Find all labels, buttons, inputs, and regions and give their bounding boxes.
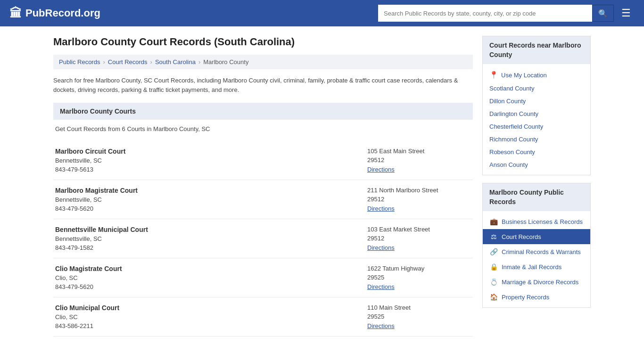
directions-link[interactable]: Directions — [367, 166, 395, 173]
pub-record-item[interactable]: 🔒 Inmate & Jail Records — [483, 259, 590, 274]
nearby-box: Court Records near Marlboro County 📍 Use… — [482, 36, 591, 175]
court-phone: 843-479-1582 — [55, 244, 148, 251]
record-icon: 🔒 — [489, 263, 498, 271]
court-city: Clio, SC — [55, 274, 122, 281]
page-container: Marlboro County Court Records (South Car… — [44, 26, 600, 346]
court-phone: 843-586-2211 — [55, 322, 119, 329]
court-entry: Marlboro Circuit Court Bennettsville, SC… — [53, 141, 473, 180]
court-entry: Clio Municipal Court Clio, SC 843-586-22… — [53, 297, 473, 337]
court-zip: 29512 — [367, 196, 471, 203]
court-left: Bennettsville Municipal Court Bennettsvi… — [55, 226, 148, 251]
use-location-item[interactable]: 📍 Use My Location — [483, 68, 590, 82]
header-right: 🔍 ☰ — [100, 5, 635, 22]
logo-icon: 🏛 — [9, 6, 22, 21]
record-icon: 🔗 — [489, 248, 498, 255]
court-entry: Clio Magistrate Court Clio, SC 843-479-5… — [53, 258, 473, 297]
court-city: Bennettsville, SC — [55, 235, 148, 242]
pub-record-link[interactable]: Property Records — [502, 294, 549, 301]
nearby-darlington[interactable]: Darlington County — [483, 107, 590, 120]
court-zip: 29512 — [367, 156, 471, 164]
sep3: › — [198, 58, 200, 66]
nearby-list: 📍 Use My Location Scotland County Dillon… — [483, 64, 590, 175]
court-right: 103 East Market Street 29512 Directions — [367, 226, 471, 251]
record-icon: 💍 — [489, 278, 498, 286]
pub-record-link[interactable]: Marriage & Divorce Records — [502, 279, 578, 286]
court-city: Clio, SC — [55, 313, 119, 321]
nearby-dillon[interactable]: Dillon County — [483, 95, 590, 107]
court-address: 211 North Marlboro Street — [367, 187, 471, 194]
nearby-title: Court Records near Marlboro County — [483, 36, 590, 64]
hamburger-icon: ☰ — [621, 7, 631, 19]
header: 🏛 PubRecord.org 🔍 ☰ — [0, 0, 644, 26]
court-entry: Bennettsville Municipal Court Bennettsvi… — [53, 219, 473, 258]
nearby-scotland[interactable]: Scotland County — [483, 82, 590, 95]
court-entry: Marlboro Magistrate Court Bennettsville,… — [53, 180, 473, 219]
page-description: Search for free Marlboro County, SC Cour… — [53, 76, 473, 94]
court-phone: 843-479-5613 — [55, 166, 125, 173]
pub-record-link[interactable]: Criminal Records & Warrants — [502, 248, 581, 255]
court-address: 105 East Main Street — [367, 148, 471, 155]
court-right: 110 Main Street 29525 Directions — [367, 304, 471, 329]
menu-button[interactable]: ☰ — [618, 5, 635, 21]
record-icon: ⚖ — [489, 233, 498, 240]
breadcrumb-south-carolina[interactable]: South Carolina — [155, 58, 196, 66]
court-phone: 843-479-5620 — [55, 205, 138, 212]
court-left: Clio Municipal Court Clio, SC 843-586-22… — [55, 304, 119, 329]
courts-list: Marlboro Circuit Court Bennettsville, SC… — [53, 141, 473, 337]
court-name: Marlboro Magistrate Court — [55, 187, 138, 194]
courts-section-header: Marlboro County Courts — [53, 103, 473, 120]
directions-link[interactable]: Directions — [367, 322, 395, 329]
search-icon: 🔍 — [598, 9, 608, 17]
breadcrumb: Public Records › Court Records › South C… — [53, 55, 473, 69]
public-records-list: 💼 Business Licenses & Records ⚖ Court Re… — [483, 211, 590, 307]
court-city: Bennettsville, SC — [55, 196, 138, 203]
public-records-box: Marlboro County Public Records 💼 Busines… — [482, 183, 591, 308]
directions-link[interactable]: Directions — [367, 244, 395, 251]
nearby-robeson[interactable]: Robeson County — [483, 146, 590, 158]
pub-record-link[interactable]: Inmate & Jail Records — [502, 263, 561, 271]
court-phone: 843-479-5620 — [55, 283, 122, 290]
pub-record-item[interactable]: 🏠 Property Records — [483, 289, 590, 304]
pub-record-item[interactable]: 💼 Business Licenses & Records — [483, 214, 590, 229]
search-bar: 🔍 — [378, 5, 614, 22]
search-input[interactable] — [378, 5, 592, 22]
directions-link[interactable]: Directions — [367, 205, 395, 212]
breadcrumb-public-records[interactable]: Public Records — [59, 58, 100, 66]
search-button[interactable]: 🔍 — [592, 5, 614, 22]
court-right: 211 North Marlboro Street 29512 Directio… — [367, 187, 471, 212]
pub-record-item[interactable]: ⚖ Court Records — [483, 229, 590, 244]
pub-record-item[interactable]: 🔗 Criminal Records & Warrants — [483, 244, 590, 259]
breadcrumb-marlboro-county: Marlboro County — [203, 58, 248, 66]
pub-record-link[interactable]: Business Licenses & Records — [502, 218, 583, 225]
court-name: Clio Municipal Court — [55, 304, 119, 312]
nearby-chesterfield[interactable]: Chesterfield County — [483, 120, 590, 133]
nearby-richmond[interactable]: Richmond County — [483, 133, 590, 146]
court-name: Marlboro Circuit Court — [55, 148, 125, 155]
court-zip: 29525 — [367, 313, 471, 320]
court-zip: 29525 — [367, 274, 471, 281]
court-city: Bennettsville, SC — [55, 157, 125, 164]
record-icon: 💼 — [489, 218, 498, 225]
court-zip: 29512 — [367, 235, 471, 242]
sep1: › — [103, 58, 105, 66]
court-left: Clio Magistrate Court Clio, SC 843-479-5… — [55, 265, 122, 290]
site-logo[interactable]: 🏛 PubRecord.org — [9, 6, 100, 21]
court-name: Clio Magistrate Court — [55, 265, 122, 272]
court-right: 105 East Main Street 29512 Directions — [367, 148, 471, 173]
logo-text: PubRecord.org — [25, 7, 100, 19]
page-title: Marlboro County Court Records (South Car… — [53, 36, 473, 48]
court-left: Marlboro Circuit Court Bennettsville, SC… — [55, 148, 125, 173]
nearby-anson[interactable]: Anson County — [483, 158, 590, 171]
breadcrumb-court-records[interactable]: Court Records — [108, 58, 148, 66]
court-name: Bennettsville Municipal Court — [55, 226, 148, 233]
use-location-link[interactable]: Use My Location — [501, 72, 547, 79]
pub-record-link[interactable]: Court Records — [502, 233, 541, 240]
directions-link[interactable]: Directions — [367, 283, 395, 290]
pub-record-item[interactable]: 💍 Marriage & Divorce Records — [483, 274, 590, 289]
court-address: 1622 Tatum Highway — [367, 265, 471, 272]
court-left: Marlboro Magistrate Court Bennettsville,… — [55, 187, 138, 212]
main-content: Marlboro County Court Records (South Car… — [53, 36, 473, 337]
record-icon: 🏠 — [489, 293, 498, 301]
sep2: › — [150, 58, 152, 66]
court-address: 103 East Market Street — [367, 226, 471, 233]
